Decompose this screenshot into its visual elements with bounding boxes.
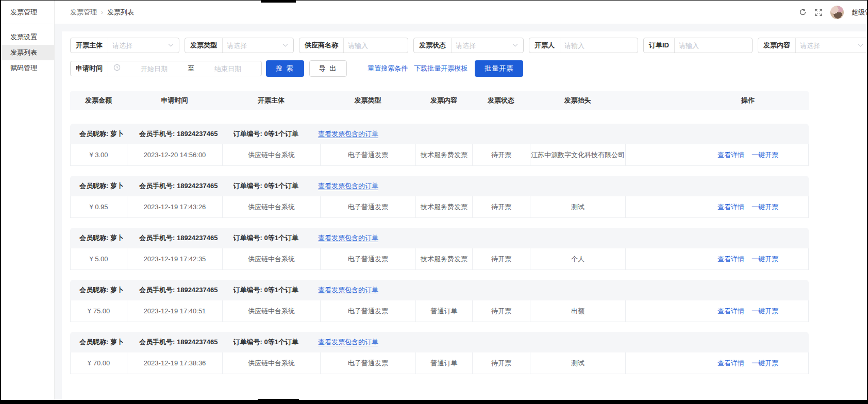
cell-invoice-subject: 供应链中台系统 — [222, 352, 320, 374]
invoice-content-select[interactable] — [796, 42, 859, 49]
cell-invoice-amount: ¥ 3.00 — [70, 144, 127, 166]
date-range-separator: 至 — [188, 64, 194, 73]
cell-apply-time: 2023-12-19 17:43:26 — [127, 196, 222, 218]
table-row: ¥ 0.95 2023-12-19 17:43:26 供应链中台系统 电子普通发… — [70, 196, 809, 218]
member-nickname: 会员昵称: 萝卜 — [79, 285, 124, 295]
filter-supplier-name: 供应商名称 — [299, 38, 408, 53]
start-date-input[interactable] — [121, 65, 188, 73]
order-number: 订单编号: 0等1个订单 — [233, 338, 298, 347]
view-detail-link[interactable]: 查看详情 — [717, 150, 744, 160]
view-detail-link[interactable]: 查看详情 — [717, 359, 744, 368]
table-header-row: 发票金额申请时间开票主体发票类型发票内容发票状态发票抬头操作 — [70, 91, 809, 110]
content-background: 开票主体 发票类型 供应商名称 发票状态 — [55, 24, 867, 400]
filter-invoice-content: 发票内容 — [758, 38, 867, 53]
breadcrumb: 发票管理 › 发票列表 — [70, 8, 134, 17]
cell-invoice-amount: ¥ 5.00 — [70, 248, 127, 270]
cell-actions: 查看详情 一键开票 — [625, 352, 809, 374]
order-number: 订单编号: 0等1个订单 — [233, 129, 298, 139]
view-included-orders-link[interactable]: 查看发票包含的订单 — [318, 285, 378, 295]
user-name[interactable]: 超级管理员 — [852, 8, 867, 17]
view-detail-link[interactable]: 查看详情 — [717, 203, 744, 212]
order-number: 订单编号: 0等1个订单 — [233, 181, 298, 191]
sidebar-item-invoice-list[interactable]: 发票列表 — [1, 45, 54, 60]
invoice-type-select[interactable] — [223, 42, 283, 49]
invoice-status-select[interactable] — [452, 42, 513, 49]
cell-invoice-type: 电子普通发票 — [320, 144, 415, 166]
filter-apply-time: 申请时间 至 — [70, 61, 262, 76]
sidebar-item-menu[interactable]: 发票设置 — [1, 29, 54, 45]
invoice-group: 会员昵称: 萝卜 会员手机号: 18924237465 订单编号: 0等1个订单… — [70, 176, 809, 218]
invoice-group: 会员昵称: 萝卜 会员手机号: 18924237465 订单编号: 0等1个订单… — [70, 332, 809, 374]
order-id-input[interactable] — [675, 42, 752, 49]
view-included-orders-link[interactable]: 查看发票包含的订单 — [318, 233, 378, 243]
chevron-down-icon — [858, 41, 863, 46]
cell-invoice-content: 普通订单 — [415, 300, 472, 322]
reset-search-link[interactable]: 重置搜索条件 — [368, 64, 408, 73]
view-included-orders-link[interactable]: 查看发票包含的订单 — [318, 181, 378, 191]
cell-invoice-status: 待开票 — [472, 144, 530, 166]
column-header: 发票抬头 — [530, 96, 625, 105]
filter-order-id: 订单ID — [643, 38, 753, 53]
action-bar: 申请时间 至 搜 索 导 出 重置搜索条件 下载批量开票模板 — [70, 60, 867, 77]
column-header: 开票主体 — [222, 96, 320, 105]
member-nickname: 会员昵称: 萝卜 — [79, 338, 124, 347]
cell-invoice-subject: 供应链中台系统 — [222, 144, 320, 166]
one-click-invoice-link[interactable]: 一键开票 — [752, 150, 778, 160]
filter-label: 订单ID — [644, 41, 674, 50]
end-date-input[interactable] — [194, 65, 261, 73]
view-included-orders-link[interactable]: 查看发票包含的订单 — [318, 129, 378, 139]
divider — [108, 61, 108, 76]
one-click-invoice-link[interactable]: 一键开票 — [752, 203, 778, 212]
column-header: 发票金额 — [70, 96, 127, 105]
table-row: ¥ 75.00 2023-12-19 17:40:51 供应链中台系统 电子普通… — [70, 300, 809, 322]
chevron-down-icon — [169, 41, 174, 46]
view-included-orders-link[interactable]: 查看发票包含的订单 — [318, 338, 378, 347]
member-nickname: 会员昵称: 萝卜 — [79, 129, 124, 139]
fullscreen-icon[interactable] — [814, 8, 823, 16]
member-nickname: 会员昵称: 萝卜 — [79, 233, 124, 243]
filter-label: 发票类型 — [185, 41, 222, 50]
topbar-right: 超级管理员 — [798, 6, 867, 19]
invoice-subject-select[interactable] — [108, 42, 169, 49]
export-button[interactable]: 导 出 — [309, 60, 347, 77]
topbar: 发票管理 › 发票列表 超级管理员 — [55, 1, 867, 24]
filter-issuer: 开票人 — [529, 38, 638, 53]
sidebar-item-menu[interactable]: 赋码管理 — [1, 60, 54, 76]
cell-invoice-status: 待开票 — [472, 196, 530, 218]
screen-bottom-notch — [258, 399, 299, 404]
cell-invoice-content: 技术服务费发票 — [415, 196, 472, 218]
cell-actions: 查看详情 一键开票 — [625, 196, 809, 218]
refresh-icon[interactable] — [798, 8, 807, 16]
table-row: ¥ 3.00 2023-12-20 14:56:00 供应链中台系统 电子普通发… — [70, 144, 809, 166]
cell-invoice-subject: 供应链中台系统 — [222, 300, 320, 322]
issuer-input[interactable] — [560, 42, 638, 49]
breadcrumb-item-invoice-management[interactable]: 发票管理 — [70, 8, 97, 17]
batch-invoice-button[interactable]: 批量开票 — [475, 60, 523, 77]
user-avatar[interactable] — [830, 6, 844, 19]
group-header-row: 会员昵称: 萝卜 会员手机号: 18924237465 订单编号: 0等1个订单… — [70, 124, 809, 144]
breadcrumb-separator-icon: › — [101, 9, 103, 16]
cell-invoice-content: 技术服务费发票 — [415, 248, 472, 270]
cell-invoice-type: 电子普通发票 — [320, 300, 415, 322]
table-groups: 会员昵称: 萝卜 会员手机号: 18924237465 订单编号: 0等1个订单… — [70, 124, 867, 374]
one-click-invoice-link[interactable]: 一键开票 — [752, 359, 778, 368]
search-button[interactable]: 搜 索 — [266, 60, 304, 77]
filter-invoice-status: 发票状态 — [413, 38, 524, 53]
cell-invoice-title: 个人 — [530, 248, 625, 270]
cell-actions: 查看详情 一键开票 — [625, 300, 809, 322]
cell-invoice-status: 待开票 — [472, 248, 530, 270]
cell-invoice-subject: 供应链中台系统 — [222, 248, 320, 270]
one-click-invoice-link[interactable]: 一键开票 — [752, 307, 778, 316]
view-detail-link[interactable]: 查看详情 — [717, 307, 744, 316]
member-phone: 会员手机号: 18924237465 — [139, 129, 218, 139]
chevron-down-icon — [513, 41, 518, 46]
clock-icon — [113, 64, 121, 73]
download-template-link[interactable]: 下载批量开票模板 — [414, 64, 468, 73]
cell-invoice-title: 出额 — [530, 300, 625, 322]
view-detail-link[interactable]: 查看详情 — [717, 255, 744, 264]
supplier-name-input[interactable] — [344, 42, 408, 49]
group-header-row: 会员昵称: 萝卜 会员手机号: 18924237465 订单编号: 0等1个订单… — [70, 176, 809, 196]
one-click-invoice-link[interactable]: 一键开票 — [752, 255, 778, 264]
order-number: 订单编号: 0等1个订单 — [233, 285, 298, 295]
cell-apply-time: 2023-12-19 17:42:35 — [127, 248, 222, 270]
